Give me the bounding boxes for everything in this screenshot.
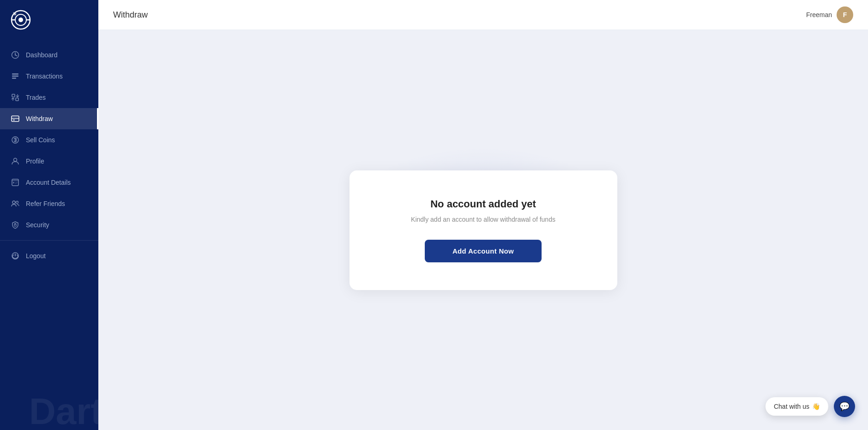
svg-rect-8 [12, 76, 18, 77]
withdraw-icon [11, 115, 19, 123]
trades-icon [11, 93, 19, 102]
sidebar-item-profile[interactable]: Profile [0, 151, 98, 172]
add-account-button[interactable]: Add Account Now [425, 240, 542, 262]
sidebar-label-dashboard: Dashboard [26, 51, 58, 59]
svg-rect-7 [12, 73, 18, 75]
dashboard-icon [11, 51, 19, 59]
sidebar-item-security[interactable]: Security [0, 214, 98, 236]
account-details-icon [11, 178, 19, 187]
svg-rect-14 [13, 120, 15, 121]
header: Withdraw Freeman F [98, 0, 868, 30]
svg-rect-24 [14, 224, 16, 226]
sell-coins-icon [11, 136, 19, 144]
profile-icon [11, 157, 19, 165]
svg-rect-13 [12, 118, 19, 119]
sidebar-label-profile: Profile [26, 157, 44, 165]
sidebar-item-sell-coins[interactable]: Sell Coins [0, 129, 98, 151]
transactions-icon [11, 72, 19, 80]
svg-rect-10 [12, 94, 15, 97]
chat-emoji: 👋 [812, 403, 820, 410]
security-icon [11, 221, 19, 229]
logo [0, 0, 98, 40]
sidebar-label-sell-coins: Sell Coins [26, 136, 55, 144]
svg-rect-21 [15, 183, 17, 184]
no-account-card: No account added yet Kindly add an accou… [350, 170, 617, 290]
svg-rect-18 [12, 180, 18, 181]
svg-rect-11 [16, 98, 18, 101]
avatar: F [837, 6, 853, 23]
card-title: No account added yet [386, 198, 580, 210]
svg-point-2 [18, 18, 23, 22]
user-menu[interactable]: Freeman F [806, 6, 853, 23]
content-area: No account added yet Kindly add an accou… [98, 30, 868, 430]
chat-bubble[interactable]: Chat with us 👋 [766, 397, 828, 416]
chat-btn-icon: 💬 [839, 401, 850, 412]
svg-rect-20 [15, 182, 18, 183]
chat-button[interactable]: 💬 [834, 396, 855, 417]
sidebar-label-transactions: Transactions [26, 73, 63, 80]
sidebar-label-security: Security [26, 221, 49, 229]
chat-widget: Chat with us 👋 💬 [766, 396, 855, 417]
sidebar-label-withdraw: Withdraw [26, 115, 53, 122]
main-content: Withdraw Freeman F No account added yet … [98, 0, 868, 430]
page-title: Withdraw [113, 10, 148, 20]
refer-friends-icon [11, 200, 19, 208]
logo-icon [9, 8, 32, 31]
nav-items: Dashboard Transactions Trades [0, 40, 98, 430]
sidebar-item-trades[interactable]: Trades [0, 87, 98, 108]
svg-point-6 [15, 55, 16, 55]
sidebar: Dashboard Transactions Trades [0, 0, 98, 430]
sidebar-label-refer-friends: Refer Friends [26, 200, 65, 207]
logout-icon [11, 252, 19, 260]
svg-point-16 [14, 158, 17, 162]
card-subtitle: Kindly add an account to allow withdrawa… [386, 216, 580, 223]
svg-rect-19 [13, 182, 14, 183]
chat-label: Chat with us [774, 403, 809, 410]
sidebar-item-transactions[interactable]: Transactions [0, 66, 98, 87]
sidebar-item-refer-friends[interactable]: Refer Friends [0, 193, 98, 214]
sidebar-label-logout: Logout [26, 252, 46, 260]
sidebar-item-logout[interactable]: Logout [0, 245, 98, 274]
sidebar-label-trades: Trades [26, 94, 46, 101]
sidebar-item-withdraw[interactable]: Withdraw [0, 108, 98, 129]
username-label: Freeman [806, 11, 832, 18]
sidebar-label-account-details: Account Details [26, 179, 71, 186]
sidebar-item-dashboard[interactable]: Dashboard [0, 44, 98, 66]
svg-point-22 [12, 201, 15, 204]
sidebar-item-account-details[interactable]: Account Details [0, 172, 98, 193]
svg-rect-9 [12, 78, 16, 79]
svg-point-23 [16, 201, 18, 204]
sidebar-divider [0, 240, 98, 241]
